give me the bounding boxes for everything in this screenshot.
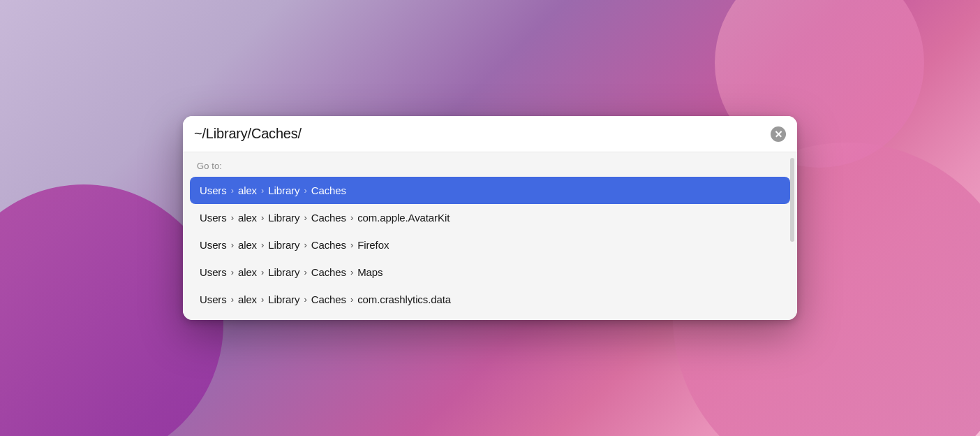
path-list-item[interactable]: Users›alex›Library›Caches xyxy=(190,177,790,204)
path-segment: Users xyxy=(200,212,227,224)
path-arrow-icon: › xyxy=(231,240,234,250)
path-arrow-icon: › xyxy=(261,240,264,250)
path-arrow-icon: › xyxy=(350,240,353,250)
path-arrow-icon: › xyxy=(350,267,353,277)
path-arrow-icon: › xyxy=(304,240,306,250)
path-segment: Library xyxy=(268,212,299,224)
path-input[interactable] xyxy=(194,126,771,142)
path-segment: Firefox xyxy=(357,239,389,251)
path-segment: Caches xyxy=(311,239,346,251)
path-arrow-icon: › xyxy=(304,294,306,305)
path-segment: Users xyxy=(200,266,227,278)
path-list: Users›alex›Library›CachesUsers›alex›Libr… xyxy=(183,177,797,320)
path-arrow-icon: › xyxy=(231,294,234,305)
path-segment: alex xyxy=(238,239,257,251)
path-segment: Library xyxy=(268,184,299,196)
path-segment: com.apple.AvatarKit xyxy=(357,212,450,224)
scrollbar[interactable] xyxy=(790,158,794,242)
path-arrow-icon: › xyxy=(350,294,353,305)
path-segment: alex xyxy=(238,212,257,224)
path-segment: Maps xyxy=(357,266,383,278)
path-arrow-icon: › xyxy=(231,267,234,277)
path-segment: Users xyxy=(200,239,227,251)
clear-button-wrapper xyxy=(771,126,786,142)
path-segment: Library xyxy=(268,239,299,251)
path-arrow-icon: › xyxy=(304,212,306,223)
path-list-item[interactable]: Users›alex›Library›Caches›com.crashlytic… xyxy=(190,286,790,313)
path-segment: Users xyxy=(200,184,227,196)
path-arrow-icon: › xyxy=(231,212,234,223)
path-segment: alex xyxy=(238,184,257,196)
path-segment: alex xyxy=(238,293,257,305)
path-arrow-icon: › xyxy=(350,212,353,223)
path-arrow-icon: › xyxy=(261,294,264,305)
dropdown-area: Go to: Users›alex›Library›CachesUsers›al… xyxy=(183,152,797,320)
path-segment: Users xyxy=(200,293,227,305)
clear-button[interactable] xyxy=(771,126,786,142)
path-segment: alex xyxy=(238,266,257,278)
path-arrow-icon: › xyxy=(261,185,264,196)
path-segment: Caches xyxy=(311,293,346,305)
path-list-item[interactable]: Users›alex›Library›Caches›Maps xyxy=(190,259,790,286)
goto-label: Go to: xyxy=(183,152,797,177)
path-segment: Library xyxy=(268,266,299,278)
path-arrow-icon: › xyxy=(261,212,264,223)
path-segment: Library xyxy=(268,293,299,305)
path-arrow-icon: › xyxy=(231,185,234,196)
goto-dialog: Go to: Users›alex›Library›CachesUsers›al… xyxy=(183,116,797,320)
path-arrow-icon: › xyxy=(304,185,306,196)
path-segment: Caches xyxy=(311,184,346,196)
path-segment: Caches xyxy=(311,266,346,278)
path-arrow-icon: › xyxy=(261,267,264,277)
path-segment: Caches xyxy=(311,212,346,224)
path-arrow-icon: › xyxy=(304,267,306,277)
path-segment: com.crashlytics.data xyxy=(357,293,451,305)
path-list-item[interactable]: Users›alex›Library›Caches›Firefox xyxy=(190,231,790,259)
path-list-item[interactable]: Users›alex›Library›Caches›com.apple.Avat… xyxy=(190,204,790,231)
search-bar xyxy=(183,116,797,152)
